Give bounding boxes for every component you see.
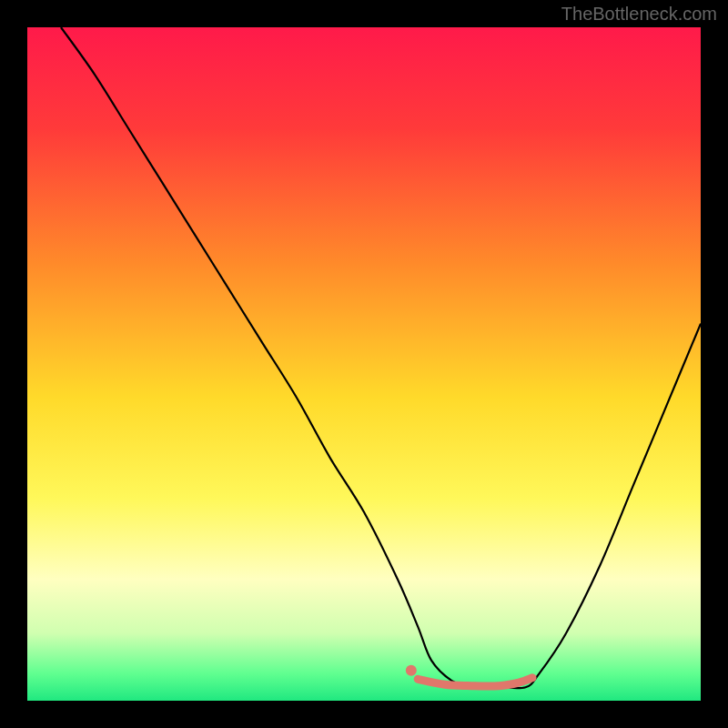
highlight-dot xyxy=(406,665,417,676)
watermark-text: TheBottleneck.com xyxy=(561,4,717,25)
chart-svg xyxy=(27,27,701,701)
chart-container: TheBottleneck.com xyxy=(0,0,728,728)
plot-area xyxy=(27,27,701,701)
